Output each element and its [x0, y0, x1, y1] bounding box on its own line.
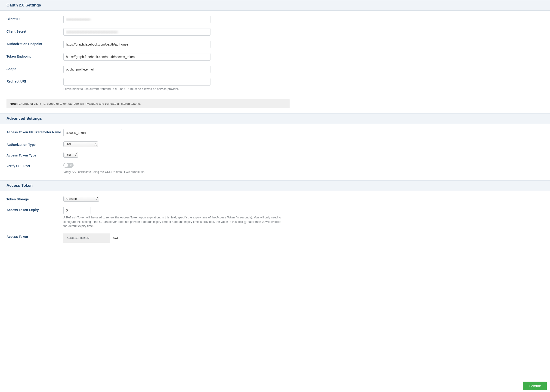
advanced-section-title: Advanced Settings	[7, 116, 543, 121]
client-id-input[interactable]	[63, 16, 210, 23]
access-token-expiry-row: Access Token Expiry A Refresh Token will…	[7, 207, 543, 229]
client-secret-input[interactable]	[63, 28, 210, 35]
oauth-section-header: Oauth 2.0 Settings	[0, 0, 550, 11]
scope-label: Scope	[7, 66, 63, 71]
authorization-endpoint-input[interactable]	[63, 41, 210, 48]
redirect-uri-row: Redirect URI Leave blank to use current …	[7, 78, 543, 91]
access-token-uri-param-input[interactable]	[63, 129, 122, 136]
authorization-type-row: Authorization Type URI	[7, 141, 543, 147]
authorization-type-label: Authorization Type	[7, 141, 63, 147]
access-token-type-select[interactable]: URI	[63, 152, 78, 158]
access-token-section-title: Access Token	[7, 183, 543, 188]
table-row: ACCESS TOKEN N/A	[63, 233, 286, 243]
oauth-note-label: Note:	[10, 102, 18, 105]
verify-ssl-peer-help: Verify SSL certificate using the CURL's …	[63, 170, 286, 174]
oauth-section-title: Oauth 2.0 Settings	[7, 3, 543, 8]
access-token-expiry-input[interactable]	[63, 207, 90, 214]
token-storage-select[interactable]: Session	[63, 196, 99, 202]
access-token-table: ACCESS TOKEN N/A	[63, 233, 286, 243]
advanced-section-body: Access Token URI Parameter Name Authoriz…	[0, 124, 550, 180]
verify-ssl-peer-toggle[interactable]: ✕	[63, 163, 73, 168]
token-storage-row: Token Storage Session	[7, 196, 543, 202]
token-endpoint-input[interactable]	[63, 53, 210, 61]
token-endpoint-label: Token Endpoint	[7, 53, 63, 58]
access-token-value: N/A	[110, 233, 286, 243]
client-id-label: Client ID	[7, 16, 63, 21]
client-secret-label: Client Secret	[7, 28, 63, 33]
client-secret-row: Client Secret	[7, 28, 543, 35]
access-token-type-label: Access Token Type	[7, 152, 63, 157]
oauth-section-body: Client ID Client Secret Authorization En…	[0, 11, 550, 97]
redirect-uri-help: Leave blank to use current frontend URI.…	[63, 87, 286, 91]
access-token-type-row: Access Token Type URI	[7, 152, 543, 158]
access-token-expiry-help: A Refresh Token will be used to renew th…	[63, 215, 286, 229]
scope-input[interactable]	[63, 66, 210, 73]
close-icon: ✕	[70, 164, 72, 167]
authorization-endpoint-row: Authorization Endpoint	[7, 41, 543, 48]
token-storage-label: Token Storage	[7, 196, 63, 201]
access-token-uri-param-label: Access Token URI Parameter Name	[7, 129, 63, 134]
token-endpoint-row: Token Endpoint	[7, 53, 543, 61]
oauth-note: Note: Change of client_id, scope or toke…	[7, 99, 290, 108]
access-token-header: ACCESS TOKEN	[63, 233, 110, 243]
redirect-uri-label: Redirect URI	[7, 78, 63, 83]
access-token-section-header: Access Token	[0, 180, 550, 191]
access-token-uri-param-row: Access Token URI Parameter Name	[7, 129, 543, 136]
client-id-row: Client ID	[7, 16, 543, 23]
verify-ssl-peer-row: Verify SSL Peer ✕ Verify SSL certificate…	[7, 163, 543, 174]
access-token-expiry-label: Access Token Expiry	[7, 207, 63, 212]
advanced-section-header: Advanced Settings	[0, 113, 550, 124]
oauth-note-text: Change of client_id, scope or token stor…	[18, 102, 141, 105]
redirect-uri-input[interactable]	[63, 78, 210, 85]
toggle-knob	[64, 163, 68, 167]
authorization-endpoint-label: Authorization Endpoint	[7, 41, 63, 46]
verify-ssl-peer-label: Verify SSL Peer	[7, 163, 63, 168]
access-token-display-label: Access Token	[7, 233, 63, 238]
authorization-type-select[interactable]: URI	[63, 141, 98, 147]
access-token-display-row: Access Token ACCESS TOKEN N/A	[7, 233, 543, 243]
access-token-section-body: Token Storage Session Access Token Expir…	[0, 191, 550, 249]
scope-row: Scope	[7, 66, 543, 73]
